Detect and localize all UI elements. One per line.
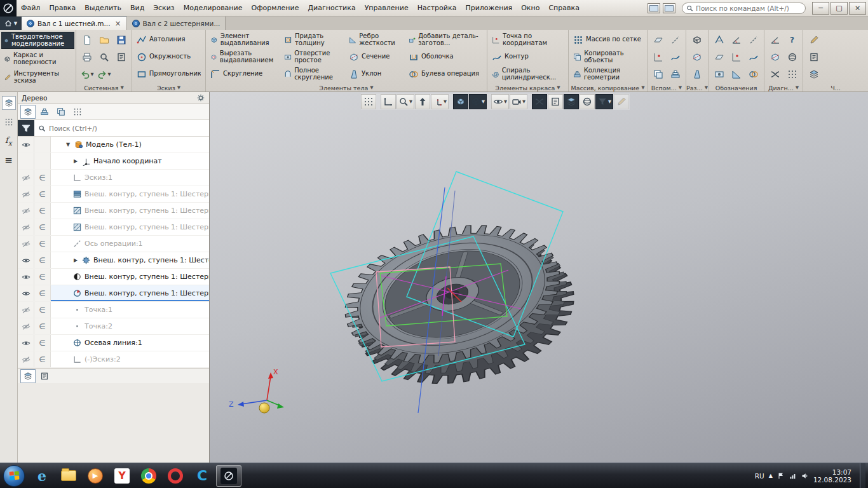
visibility-toggle[interactable] (18, 186, 34, 202)
tab-close-icon[interactable]: × (114, 19, 121, 28)
draw-layers-button[interactable] (805, 65, 822, 83)
point-by-coordinates-button[interactable]: Точка по координатам (489, 31, 566, 48)
tree-tab-sequence[interactable] (37, 105, 52, 119)
menu-select[interactable]: Выделить (80, 0, 126, 16)
mode-solid-modeling[interactable]: Твердотельное моделирование (1, 32, 74, 49)
rectangle-button[interactable]: Прямоугольник (134, 65, 203, 83)
check-button[interactable] (783, 31, 801, 48)
full-round-button[interactable]: Полное скругление (281, 65, 346, 83)
section-toggle[interactable]: ∈ (34, 318, 51, 334)
save-button[interactable] (112, 31, 130, 48)
tree-bottom-tab-2[interactable] (37, 369, 52, 383)
diag-grid-button[interactable] (783, 65, 801, 83)
tree-settings-gear-icon[interactable] (196, 93, 205, 102)
tree-item-sketch1[interactable]: ∈ Эскиз:1 (18, 170, 209, 186)
grid-array-button[interactable]: Массив по сетке (571, 31, 645, 48)
hide-objects-button[interactable]: ▼ (491, 94, 509, 109)
tree-item-contour3[interactable]: ∈ Внеш. контур, ступень 1: Шестерня Z (18, 219, 209, 236)
tree-filter-button[interactable] (18, 120, 34, 136)
section-toggle[interactable]: ∈ (34, 252, 51, 268)
geometry-collection-button[interactable]: Коллекция геометрии (571, 65, 645, 83)
visibility-toggle[interactable] (18, 252, 34, 268)
taskbar-internet-explorer[interactable]: e (29, 465, 55, 487)
aux-copy-button[interactable] (649, 65, 667, 83)
menu-modeling[interactable]: Моделирование (179, 0, 247, 16)
visibility-toggle[interactable] (18, 269, 34, 285)
thicken-button[interactable]: Придать толщину (281, 31, 346, 48)
axis-denote-button[interactable] (745, 31, 762, 48)
note-button[interactable] (710, 31, 728, 48)
tree-tab-structure[interactable] (20, 105, 36, 119)
panel-tab-blocks[interactable] (2, 115, 16, 129)
section-toggle[interactable]: ∈ (34, 236, 51, 252)
document-tab-1[interactable]: Вал с 1 шестней.m... × (22, 17, 127, 30)
contour-button[interactable]: Контур (489, 48, 566, 65)
tree-search-input[interactable] (49, 125, 205, 132)
group-label-diag[interactable]: Диагн...▼ (764, 84, 803, 92)
menu-management[interactable]: Управление (360, 0, 413, 16)
section-toggle[interactable]: ∈ (34, 269, 51, 285)
document-tab-2[interactable]: Вал с 2 шестернями... (127, 17, 226, 30)
group-label-misc[interactable]: Раз...▼ (686, 84, 708, 92)
boolean-button[interactable]: Булева операция (406, 65, 485, 83)
taskbar-media-player[interactable]: ▶ (83, 465, 108, 487)
section-toggle[interactable]: ∈ (34, 219, 51, 235)
network-icon[interactable] (789, 472, 797, 480)
gear-model[interactable] (330, 204, 574, 384)
show-desktop-button[interactable] (860, 463, 865, 488)
visibility-toggle[interactable] (18, 219, 34, 235)
tree-tab-selection[interactable] (70, 105, 85, 119)
fillet-button[interactable]: Скругление (208, 65, 281, 83)
section-toggle[interactable]: ∈ (34, 335, 51, 351)
taskbar-opera[interactable] (163, 465, 188, 487)
menu-sketch[interactable]: Эскиз (149, 0, 179, 16)
layout-window-icon[interactable] (648, 3, 660, 13)
extrude-button[interactable]: Элемент выдавливания (208, 31, 281, 48)
orient-up-button[interactable] (415, 94, 430, 109)
clipboard-view-button[interactable] (548, 94, 563, 109)
diag-sphere-button[interactable] (783, 48, 801, 65)
aux-point-button[interactable] (649, 48, 667, 65)
panel-tab-variables[interactable]: fx (2, 134, 16, 148)
draw-pencil-button[interactable] (805, 31, 822, 48)
visibility-toggle[interactable] (18, 203, 34, 219)
cut-extrude-button[interactable]: Вырезать выдавливанием (208, 48, 281, 65)
zoom-button[interactable]: ▼ (397, 94, 414, 109)
section-toggle[interactable]: ∈ (34, 285, 51, 301)
preview-button[interactable] (95, 48, 112, 65)
tree-item-point2[interactable]: ∈ Точка:2 (18, 318, 209, 335)
aux-collect-button[interactable] (667, 65, 684, 83)
section-toggle[interactable]: ∈ (34, 203, 51, 219)
start-button[interactable] (3, 465, 25, 487)
undo-button[interactable]: ▼ (78, 65, 95, 83)
filter-button[interactable]: ▼ (595, 94, 613, 109)
plane-denote-button[interactable] (710, 48, 728, 65)
tree-item-contour4[interactable]: ∈ ▶Внеш. контур, ступень 1: Шестерня Z (18, 252, 209, 269)
clip-view-button[interactable]: ▼ (510, 94, 527, 109)
tree-item-point1[interactable]: ∈ Точка:1 (18, 302, 209, 318)
print-button[interactable] (78, 48, 95, 65)
visibility-toggle[interactable] (18, 318, 34, 334)
command-search-input[interactable] (696, 4, 801, 12)
group-label-frame[interactable]: Элементы каркаса▼ (487, 84, 568, 92)
point-denote-button[interactable] (728, 48, 745, 65)
visibility-toggle[interactable] (18, 302, 34, 318)
draw-clip-button[interactable] (805, 48, 822, 65)
taskbar-chrome[interactable] (136, 465, 161, 487)
group-label-array[interactable]: Массив, копирование▼ (569, 84, 647, 92)
simple-hole-button[interactable]: Отверстие простое (281, 48, 346, 65)
tree-bottom-tab-1[interactable] (20, 369, 36, 383)
layers-view-button[interactable] (564, 94, 579, 109)
flag-icon[interactable] (777, 472, 785, 480)
taskbar-file-explorer[interactable] (56, 465, 81, 487)
rib-denote-button[interactable] (728, 65, 745, 83)
collapse-arrow-icon[interactable]: ▶ (72, 158, 79, 164)
section-toggle[interactable]: ∈ (34, 302, 51, 318)
taskbar-yandex[interactable]: Y (109, 465, 135, 487)
group-label-denote[interactable]: Обозначения (709, 84, 764, 92)
clock[interactable]: 13:07 12.08.2023 (813, 468, 855, 484)
home-tab-button[interactable]: ▼ (0, 17, 22, 30)
tree-tab-copy[interactable] (53, 105, 69, 119)
command-search[interactable] (682, 3, 806, 14)
circle-button[interactable]: Окружность (134, 48, 203, 65)
